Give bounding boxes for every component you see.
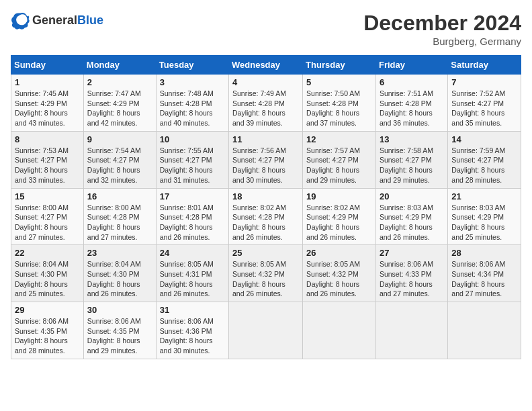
logo-text: GeneralBlue: [32, 13, 103, 28]
day-info: Sunrise: 8:03 AM Sunset: 4:29 PM Dayligh…: [380, 203, 444, 242]
calendar-week-5: 29 Sunrise: 8:06 AM Sunset: 4:35 PM Dayl…: [11, 302, 521, 359]
calendar-week-3: 15 Sunrise: 8:00 AM Sunset: 4:27 PM Dayl…: [11, 188, 521, 245]
calendar-cell: 8 Sunrise: 7:53 AM Sunset: 4:27 PM Dayli…: [11, 131, 84, 188]
calendar-cell: 20 Sunrise: 8:03 AM Sunset: 4:29 PM Dayl…: [375, 188, 447, 245]
calendar-cell: 9 Sunrise: 7:54 AM Sunset: 4:27 PM Dayli…: [83, 131, 156, 188]
calendar-cell: 6 Sunrise: 7:51 AM Sunset: 4:28 PM Dayli…: [375, 75, 447, 132]
calendar-cell: 12 Sunrise: 7:57 AM Sunset: 4:27 PM Dayl…: [303, 131, 376, 188]
day-info: Sunrise: 8:05 AM Sunset: 4:32 PM Dayligh…: [232, 259, 299, 299]
day-info: Sunrise: 8:05 AM Sunset: 4:32 PM Dayligh…: [306, 259, 372, 299]
day-info: Sunrise: 7:57 AM Sunset: 4:27 PM Dayligh…: [306, 146, 372, 185]
day-number: 12: [306, 134, 372, 144]
day-number: 30: [87, 305, 152, 315]
calendar: SundayMondayTuesdayWednesdayThursdayFrid…: [11, 55, 521, 359]
day-header-tuesday: Tuesday: [156, 56, 228, 75]
calendar-cell: 24 Sunrise: 8:05 AM Sunset: 4:31 PM Dayl…: [156, 245, 228, 302]
calendar-cell: 18 Sunrise: 8:02 AM Sunset: 4:28 PM Dayl…: [229, 188, 303, 245]
day-header-saturday: Saturday: [448, 56, 521, 75]
day-info: Sunrise: 7:59 AM Sunset: 4:27 PM Dayligh…: [451, 146, 517, 185]
title-area: December 2024 Burgberg, Germany: [363, 11, 521, 47]
calendar-header-row: SundayMondayTuesdayWednesdayThursdayFrid…: [11, 56, 521, 75]
calendar-cell: 28 Sunrise: 8:06 AM Sunset: 4:34 PM Dayl…: [448, 245, 521, 302]
day-info: Sunrise: 8:02 AM Sunset: 4:28 PM Dayligh…: [232, 203, 299, 242]
day-info: Sunrise: 7:45 AM Sunset: 4:29 PM Dayligh…: [15, 89, 80, 128]
day-number: 14: [451, 134, 517, 144]
day-number: 25: [232, 248, 299, 258]
calendar-cell: 21 Sunrise: 8:03 AM Sunset: 4:29 PM Dayl…: [448, 188, 521, 245]
day-info: Sunrise: 8:06 AM Sunset: 4:36 PM Dayligh…: [160, 316, 225, 356]
calendar-week-2: 8 Sunrise: 7:53 AM Sunset: 4:27 PM Dayli…: [11, 131, 521, 188]
calendar-week-1: 1 Sunrise: 7:45 AM Sunset: 4:29 PM Dayli…: [11, 75, 521, 132]
calendar-cell: 4 Sunrise: 7:49 AM Sunset: 4:28 PM Dayli…: [229, 75, 303, 132]
calendar-week-4: 22 Sunrise: 8:04 AM Sunset: 4:30 PM Dayl…: [11, 245, 521, 302]
day-info: Sunrise: 8:06 AM Sunset: 4:35 PM Dayligh…: [15, 316, 80, 356]
day-number: 6: [380, 77, 444, 87]
calendar-cell: 25 Sunrise: 8:05 AM Sunset: 4:32 PM Dayl…: [229, 245, 303, 302]
day-number: 31: [160, 305, 225, 315]
day-number: 27: [380, 248, 444, 258]
day-number: 11: [232, 134, 299, 144]
day-info: Sunrise: 7:51 AM Sunset: 4:28 PM Dayligh…: [380, 89, 444, 128]
calendar-cell: 3 Sunrise: 7:48 AM Sunset: 4:28 PM Dayli…: [156, 75, 228, 132]
day-number: 10: [160, 134, 225, 144]
calendar-cell: 29 Sunrise: 8:06 AM Sunset: 4:35 PM Dayl…: [11, 302, 84, 359]
day-number: 16: [87, 191, 152, 201]
day-info: Sunrise: 7:47 AM Sunset: 4:29 PM Dayligh…: [87, 89, 152, 128]
day-info: Sunrise: 8:01 AM Sunset: 4:28 PM Dayligh…: [160, 203, 225, 242]
day-info: Sunrise: 7:54 AM Sunset: 4:27 PM Dayligh…: [87, 146, 152, 185]
day-info: Sunrise: 7:52 AM Sunset: 4:27 PM Dayligh…: [451, 89, 517, 128]
location-title: Burgberg, Germany: [363, 36, 521, 47]
day-number: 2: [87, 77, 152, 87]
day-header-sunday: Sunday: [11, 56, 84, 75]
day-number: 24: [160, 248, 225, 258]
day-number: 29: [15, 305, 80, 315]
day-number: 28: [451, 248, 517, 258]
header: GeneralBlue December 2024 Burgberg, Germ…: [11, 11, 521, 47]
day-info: Sunrise: 7:49 AM Sunset: 4:28 PM Dayligh…: [232, 89, 299, 128]
day-header-friday: Friday: [375, 56, 447, 75]
calendar-cell: 2 Sunrise: 7:47 AM Sunset: 4:29 PM Dayli…: [83, 75, 156, 132]
day-number: 5: [306, 77, 372, 87]
calendar-cell: 16 Sunrise: 8:00 AM Sunset: 4:28 PM Dayl…: [83, 188, 156, 245]
calendar-cell: 10 Sunrise: 7:55 AM Sunset: 4:27 PM Dayl…: [156, 131, 228, 188]
calendar-cell: 17 Sunrise: 8:01 AM Sunset: 4:28 PM Dayl…: [156, 188, 228, 245]
day-number: 19: [306, 191, 372, 201]
day-number: 8: [15, 134, 80, 144]
day-header-wednesday: Wednesday: [229, 56, 303, 75]
calendar-cell: 13 Sunrise: 7:58 AM Sunset: 4:27 PM Dayl…: [375, 131, 447, 188]
day-info: Sunrise: 8:04 AM Sunset: 4:30 PM Dayligh…: [15, 259, 80, 299]
day-number: 15: [15, 191, 80, 201]
day-number: 20: [380, 191, 444, 201]
day-number: 22: [15, 248, 80, 258]
day-number: 3: [160, 77, 225, 87]
day-info: Sunrise: 8:06 AM Sunset: 4:33 PM Dayligh…: [380, 259, 444, 299]
day-info: Sunrise: 7:48 AM Sunset: 4:28 PM Dayligh…: [160, 89, 225, 128]
calendar-cell: 15 Sunrise: 8:00 AM Sunset: 4:27 PM Dayl…: [11, 188, 84, 245]
day-number: 21: [451, 191, 517, 201]
calendar-cell: 26 Sunrise: 8:05 AM Sunset: 4:32 PM Dayl…: [303, 245, 376, 302]
day-info: Sunrise: 7:55 AM Sunset: 4:27 PM Dayligh…: [160, 146, 225, 185]
day-info: Sunrise: 8:00 AM Sunset: 4:27 PM Dayligh…: [15, 203, 80, 242]
calendar-cell: 7 Sunrise: 7:52 AM Sunset: 4:27 PM Dayli…: [448, 75, 521, 132]
day-number: 7: [451, 77, 517, 87]
calendar-cell: 14 Sunrise: 7:59 AM Sunset: 4:27 PM Dayl…: [448, 131, 521, 188]
calendar-cell: 31 Sunrise: 8:06 AM Sunset: 4:36 PM Dayl…: [156, 302, 228, 359]
calendar-cell: 1 Sunrise: 7:45 AM Sunset: 4:29 PM Dayli…: [11, 75, 84, 132]
calendar-cell: 22 Sunrise: 8:04 AM Sunset: 4:30 PM Dayl…: [11, 245, 84, 302]
calendar-cell: 23 Sunrise: 8:04 AM Sunset: 4:30 PM Dayl…: [83, 245, 156, 302]
day-info: Sunrise: 7:50 AM Sunset: 4:28 PM Dayligh…: [306, 89, 372, 128]
calendar-cell: [448, 302, 521, 359]
calendar-cell: 19 Sunrise: 8:02 AM Sunset: 4:29 PM Dayl…: [303, 188, 376, 245]
logo-icon: [11, 11, 30, 30]
day-number: 17: [160, 191, 225, 201]
day-header-monday: Monday: [83, 56, 156, 75]
day-info: Sunrise: 8:04 AM Sunset: 4:30 PM Dayligh…: [87, 259, 152, 299]
day-number: 9: [87, 134, 152, 144]
logo: GeneralBlue: [11, 11, 103, 30]
calendar-cell: 27 Sunrise: 8:06 AM Sunset: 4:33 PM Dayl…: [375, 245, 447, 302]
day-info: Sunrise: 8:03 AM Sunset: 4:29 PM Dayligh…: [451, 203, 517, 242]
day-info: Sunrise: 7:58 AM Sunset: 4:27 PM Dayligh…: [380, 146, 444, 185]
calendar-body: 1 Sunrise: 7:45 AM Sunset: 4:29 PM Dayli…: [11, 75, 521, 359]
calendar-cell: [303, 302, 376, 359]
day-number: 1: [15, 77, 80, 87]
